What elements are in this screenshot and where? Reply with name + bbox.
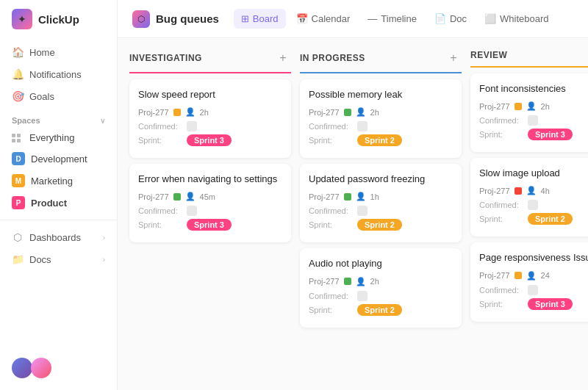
sprint-row: Sprint: Sprint 3 [138,134,282,146]
confirmed-checkbox[interactable] [187,206,197,216]
card-error-navigating[interactable]: Error when navigating to settings Proj-2… [129,164,291,242]
confirmed-checkbox[interactable] [357,206,368,216]
board: INVESTIGATING + Slow speed report Proj-2… [118,38,588,390]
assignee-icon: 👤 [526,101,537,111]
priority-flag [514,272,522,279]
marketing-avatar: M [12,174,25,187]
sprint-badge[interactable]: Sprint 2 [528,213,573,225]
bottom-nav: ⬡ Dashboards › 📁 Docs › [0,226,117,270]
card-meta: Proj-277 👤 1h [309,192,453,201]
column-header-investigating: INVESTIGATING + [129,50,291,73]
project-name: Bug queues [156,12,219,25]
everything-icon [12,134,24,142]
card-audio-not-playing[interactable]: Audio not playing Proj-277 👤 2h Confirme… [300,248,462,327]
card-title: Font inconsistencies [479,82,588,95]
sprint-badge[interactable]: Sprint 3 [528,298,573,310]
confirmed-checkbox[interactable] [357,121,368,131]
everything-label: Everything [29,132,74,143]
header-title-group: ⬡ Bug queues [132,10,219,28]
card-title: Page responsiveness Issu [479,251,588,264]
sidebar-item-product[interactable]: P Product [6,192,111,214]
marketing-label: Marketing [31,176,73,187]
tab-doc[interactable]: 📄 Doc [427,9,474,29]
card-memory-leak[interactable]: Possible memory leak Proj-277 👤 2h Confi… [300,79,462,158]
board-tab-label: Board [253,13,279,24]
card-meta: Proj-277 👤 2h [479,101,588,111]
notifications-icon: 🔔 [12,68,24,80]
sidebar-item-development[interactable]: D Development [6,148,111,170]
card-meta: Proj-277 👤 45m [138,192,282,201]
card-title: Error when navigating to settings [138,173,282,186]
user-avatar-secondary[interactable] [31,358,51,378]
priority-flag [514,103,522,110]
confirmed-checkbox[interactable] [357,291,368,301]
confirmed-checkbox[interactable] [187,121,197,131]
column-in-progress: IN PROGRESS + Possible memory leak Proj-… [300,50,462,378]
calendar-tab-label: Calendar [312,13,351,24]
card-password-freezing[interactable]: Updated password freezing Proj-277 👤 1h … [300,164,462,242]
card-font-inconsistencies[interactable]: Font inconsistencies Proj-277 👤 2h Confi… [470,73,588,152]
header: ⬡ Bug queues ⊞ Board 📅 Calendar — Timeli… [118,0,588,38]
assignee-icon: 👤 [185,107,196,117]
column-review: REVIEW Font inconsistencies Proj-277 👤 2… [470,50,588,378]
sidebar-item-home[interactable]: 🏠 Home [6,41,111,63]
sprint-badge[interactable]: Sprint 2 [357,219,402,231]
time-estimate: 45m [200,192,215,201]
calendar-tab-icon: 📅 [296,13,308,24]
sprint-row: Sprint: Sprint 2 [309,304,453,316]
doc-tab-label: Doc [450,13,467,24]
sidebar-item-docs[interactable]: 📁 Docs › [6,248,111,270]
confirmed-row: Confirmed: [479,285,588,295]
project-icon: ⬡ [132,10,150,28]
sprint-badge[interactable]: Sprint 2 [357,134,402,146]
sidebar-item-marketing[interactable]: M Marketing [6,170,111,192]
sidebar-item-notifications[interactable]: 🔔 Notifications [6,63,111,85]
sidebar-item-everything[interactable]: Everything [6,128,111,148]
priority-flag [173,193,181,201]
sidebar-item-goals[interactable]: 🎯 Goals [6,85,111,107]
add-card-in-progress[interactable]: + [445,50,462,66]
sprint-badge[interactable]: Sprint 2 [357,304,402,316]
sprint-row: Sprint: Sprint 2 [479,213,588,225]
tab-board[interactable]: ⊞ Board [234,9,286,29]
confirmed-checkbox[interactable] [528,115,538,126]
sprint-row: Sprint: Sprint 3 [138,219,282,231]
dashboards-icon: ⬡ [12,231,24,243]
priority-flag [173,109,181,116]
tab-whiteboard[interactable]: ⬜ Whiteboard [477,9,556,29]
card-slow-speed[interactable]: Slow speed report Proj-277 👤 2h Confirme… [129,79,291,158]
confirmed-checkbox[interactable] [528,200,538,210]
doc-tab-icon: 📄 [434,13,446,24]
card-slow-image-upload[interactable]: Slow image upload Proj-277 👤 4h Confirme… [470,158,588,236]
time-estimate: 2h [200,108,209,117]
sidebar-item-goals-label: Goals [29,91,54,102]
user-avatar-primary[interactable] [12,358,32,378]
product-avatar: P [12,196,25,209]
sidebar-item-dashboards[interactable]: ⬡ Dashboards › [6,226,111,248]
assignee-icon: 👤 [356,277,366,286]
sprint-badge[interactable]: Sprint 3 [187,134,232,146]
column-title-review: REVIEW [470,50,507,60]
whiteboard-tab-label: Whiteboard [500,13,548,24]
time-estimate: 2h [541,102,550,111]
assignee-icon: 👤 [356,192,366,201]
assignee-icon: 👤 [526,186,537,195]
card-page-responsiveness[interactable]: Page responsiveness Issu Proj-277 👤 24 C… [470,242,588,321]
confirmed-row: Confirmed: [309,291,453,301]
tab-timeline[interactable]: — Timeline [360,9,424,29]
sprint-badge[interactable]: Sprint 3 [528,129,573,140]
spaces-nav: Everything D Development M Marketing P P… [0,128,117,214]
priority-flag [344,193,351,201]
add-card-investigating[interactable]: + [275,50,291,66]
proj-tag: Proj-277 [479,271,510,280]
proj-tag: Proj-277 [309,108,340,117]
board-tab-icon: ⊞ [241,13,249,24]
sprint-row: Sprint: Sprint 3 [479,298,588,310]
sidebar-item-notifications-label: Notifications [29,69,82,80]
confirmed-checkbox[interactable] [528,285,538,295]
assignee-icon: 👤 [356,107,366,117]
tab-calendar[interactable]: 📅 Calendar [289,9,358,29]
card-title: Slow image upload [479,167,588,180]
sprint-badge[interactable]: Sprint 3 [187,219,232,231]
dashboards-label: Dashboards [29,232,81,243]
